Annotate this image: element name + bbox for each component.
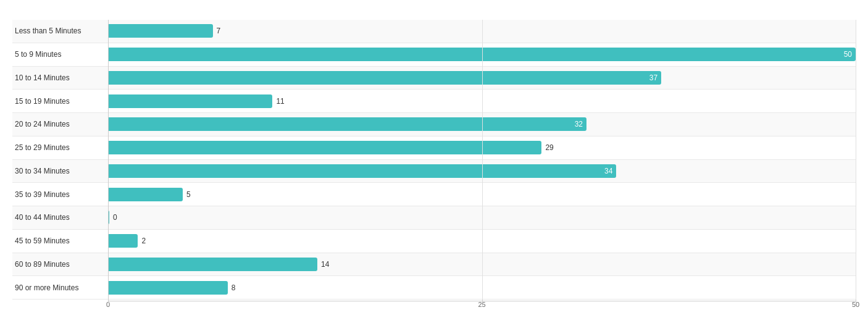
- bar-fill: 37: [108, 71, 661, 85]
- bar-value-inside: 50: [844, 50, 852, 59]
- bar-row: 35 to 39 Minutes5: [12, 183, 856, 206]
- bar-label: 20 to 24 Minutes: [12, 119, 108, 130]
- bar-label: 35 to 39 Minutes: [12, 189, 108, 200]
- bar-value-outside: 14: [321, 260, 329, 269]
- bar-fill: [108, 211, 109, 224]
- chart-container: Less than 5 Minutes75 to 9 Minutes5010 t…: [0, 0, 868, 323]
- bar-value-inside: 37: [649, 73, 657, 82]
- bar-value-outside: 2: [141, 237, 146, 245]
- bar-track: 11: [108, 94, 856, 108]
- bar-value-inside: 34: [604, 167, 612, 175]
- bar-fill: [108, 281, 228, 295]
- bar-label: 90 or more Minutes: [12, 282, 108, 293]
- bar-value-outside: 8: [232, 283, 236, 292]
- bar-label: 45 to 59 Minutes: [12, 235, 108, 246]
- bar-fill: [108, 24, 213, 38]
- bar-track: 34: [108, 164, 856, 178]
- bar-row: 15 to 19 Minutes11: [12, 90, 856, 113]
- bar-label: Less than 5 Minutes: [12, 25, 108, 36]
- bar-fill: 32: [108, 117, 586, 131]
- bar-label: 60 to 89 Minutes: [12, 259, 108, 270]
- bar-track: 14: [108, 258, 856, 271]
- bar-fill: [108, 258, 317, 271]
- bar-row: 45 to 59 Minutes2: [12, 230, 856, 253]
- bar-value-outside: 5: [186, 190, 191, 199]
- bar-label: 15 to 19 Minutes: [12, 96, 108, 107]
- bar-track: 2: [108, 234, 856, 248]
- bar-row: 10 to 14 Minutes37: [12, 67, 856, 90]
- bar-track: 32: [108, 117, 856, 131]
- bar-fill: [108, 188, 183, 201]
- bar-fill: [108, 141, 541, 154]
- bar-label: 5 to 9 Minutes: [12, 49, 108, 60]
- bar-label: 10 to 14 Minutes: [12, 72, 108, 83]
- bar-track: 5: [108, 188, 856, 201]
- bar-fill: 50: [108, 48, 856, 61]
- bar-value-outside: 0: [113, 213, 117, 222]
- bar-track: 37: [108, 71, 856, 85]
- bar-value-outside: 7: [217, 27, 221, 35]
- bar-row: 30 to 34 Minutes34: [12, 160, 856, 183]
- bar-row: 20 to 24 Minutes32: [12, 113, 856, 136]
- bar-label: 25 to 29 Minutes: [12, 142, 108, 153]
- bar-track: 29: [108, 141, 856, 154]
- bar-row: Less than 5 Minutes7: [12, 20, 856, 43]
- bar-track: 7: [108, 24, 856, 38]
- bar-value-outside: 11: [276, 97, 284, 106]
- bar-row: 25 to 29 Minutes29: [12, 136, 856, 160]
- bar-row: 5 to 9 Minutes50: [12, 43, 856, 67]
- bar-value-inside: 32: [575, 120, 583, 128]
- bar-track: 8: [108, 281, 856, 295]
- bar-value-outside: 29: [545, 143, 553, 152]
- bar-track: 50: [108, 48, 856, 61]
- bar-row: 40 to 44 Minutes0: [12, 206, 856, 230]
- x-axis: 0 25 50: [108, 301, 856, 313]
- bar-label: 30 to 34 Minutes: [12, 166, 108, 177]
- bar-row: 60 to 89 Minutes14: [12, 253, 856, 277]
- bar-track: 0: [108, 211, 856, 224]
- bar-row: 90 or more Minutes8: [12, 276, 856, 300]
- bars-section: Less than 5 Minutes75 to 9 Minutes5010 t…: [12, 20, 856, 300]
- bar-fill: 34: [108, 164, 616, 178]
- bar-fill: [108, 234, 138, 248]
- bar-fill: [108, 94, 272, 108]
- bar-label: 40 to 44 Minutes: [12, 212, 108, 223]
